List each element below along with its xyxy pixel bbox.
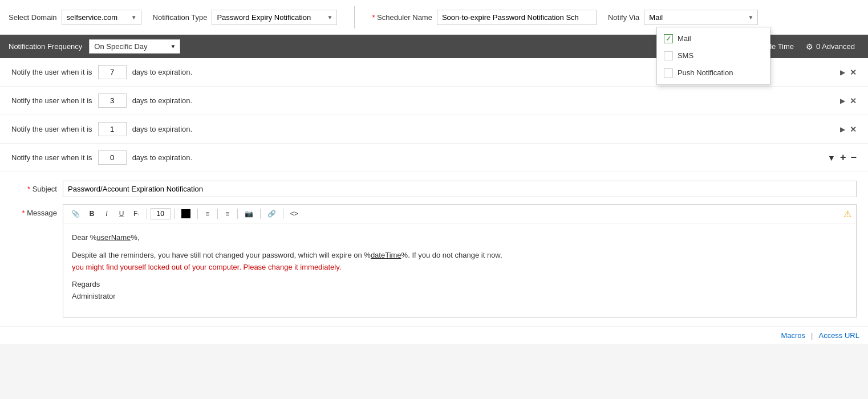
toolbar-list-btn[interactable]: ≡: [221, 208, 234, 219]
footer-pipe: |: [811, 331, 813, 340]
notify-via-select-wrapper: Mail ▼: [644, 10, 758, 25]
notification-type-select-wrapper: Password Expiry Notification ▼: [212, 10, 337, 25]
notification-type-label: Notification Type: [153, 13, 208, 22]
footer-links: Macros | Access URL: [0, 326, 868, 344]
scheduler-name-field-group: Scheduler Name: [372, 10, 597, 25]
notify-via-dropdown: ✓ Mail SMS Push Notification: [656, 27, 770, 85]
font-size-input[interactable]: [151, 208, 171, 219]
message-editor: 📎 B I U F· ≡ ≡ 📷: [63, 204, 857, 317]
freq-select-wrapper: On Specific Day ▼: [89, 39, 180, 54]
notify-row-3-down-btn[interactable]: ▼: [828, 153, 835, 162]
freq-bar-left: Notification Frequency On Specific Day ▼: [9, 39, 180, 54]
notify-row-2-actions: ▶ ✕: [840, 125, 857, 134]
message-line1: Dear %userName%,: [72, 232, 847, 244]
freq-bar-label: Notification Frequency: [9, 42, 82, 51]
notify-row-3-remove-btn[interactable]: −: [850, 152, 857, 164]
message-line2: Despite all the reminders, you have stil…: [72, 250, 847, 274]
subject-input[interactable]: [63, 181, 857, 197]
notify-row-0-actions: ▶ ✕: [840, 68, 857, 77]
editor-content[interactable]: Dear %userName%, Despite all the reminde…: [63, 223, 856, 317]
toolbar-attach-btn[interactable]: 📎: [68, 208, 83, 219]
top-bar-divider: [354, 6, 355, 28]
toolbar-link-btn[interactable]: 🔗: [264, 208, 279, 219]
domain-select[interactable]: selfservice.com: [62, 10, 141, 25]
notify-row-2: Notify the user when it is days to expir…: [0, 115, 868, 144]
color-box: [181, 209, 190, 218]
notify-row-1: Notify the user when it is days to expir…: [0, 87, 868, 115]
mail-label: Mail: [678, 34, 691, 43]
notify-row-2-suffix: days to expiration.: [132, 125, 193, 133]
message-row: Message 📎 B I U F· ≡: [11, 204, 857, 317]
push-checkbox[interactable]: [664, 68, 673, 78]
toolbar-sep-4: [217, 209, 218, 219]
toolbar-sep-5: [237, 209, 238, 219]
notify-row-0-suffix: days to expiration.: [132, 68, 193, 76]
notify-row-2-expand-btn[interactable]: ▶: [840, 125, 845, 133]
dropdown-item-push[interactable]: Push Notification: [657, 64, 770, 82]
mail-checkbox[interactable]: ✓: [664, 34, 673, 43]
advanced-label: 0 Advanced: [816, 42, 855, 51]
toolbar-bold-btn[interactable]: B: [86, 208, 98, 219]
frequency-select[interactable]: On Specific Day: [89, 39, 180, 54]
notify-via-select[interactable]: Mail: [644, 10, 758, 25]
notify-row-3-add-btn[interactable]: +: [840, 152, 846, 164]
sms-checkbox[interactable]: [664, 51, 673, 60]
toolbar-sep-3: [197, 209, 198, 219]
toolbar-sep-2: [174, 209, 175, 219]
advanced-button[interactable]: ⚙ 0 Advanced: [801, 40, 859, 54]
dropdown-item-mail[interactable]: ✓ Mail: [657, 30, 770, 47]
macros-link[interactable]: Macros: [781, 331, 805, 340]
editor-toolbar: 📎 B I U F· ≡ ≡ 📷: [63, 205, 856, 223]
notify-row-1-actions: ▶ ✕: [840, 96, 857, 105]
notify-row-3: Notify the user when it is days to expir…: [0, 144, 868, 172]
message-regards: RegardsAdministrator: [72, 279, 847, 303]
notify-row-0-prefix: Notify the user when it is: [11, 68, 92, 76]
notify-row-1-close-btn[interactable]: ✕: [850, 96, 857, 105]
notify-row-1-expand-btn[interactable]: ▶: [840, 97, 845, 105]
dropdown-item-sms[interactable]: SMS: [657, 47, 770, 64]
notify-row-0-close-btn[interactable]: ✕: [850, 68, 857, 77]
domain-select-wrapper: selfservice.com ▼: [62, 10, 141, 25]
warning-icon: ⚠: [843, 209, 851, 219]
select-domain-label: Select Domain: [9, 13, 57, 22]
sms-label: SMS: [678, 51, 693, 60]
form-section: Subject Message 📎 B I U F·: [0, 172, 868, 326]
toolbar-code-btn[interactable]: <>: [287, 208, 302, 219]
toolbar-italic-btn[interactable]: I: [100, 208, 113, 219]
toolbar-sep-7: [283, 209, 283, 219]
message-label: Message: [11, 204, 57, 217]
notify-row-2-days-input[interactable]: [98, 122, 127, 136]
scheduler-name-label: Scheduler Name: [372, 13, 432, 22]
notification-type-select[interactable]: Password Expiry Notification: [212, 10, 337, 25]
notify-row-3-suffix: days to expiration.: [132, 153, 193, 162]
notify-row-0-expand-btn[interactable]: ▶: [840, 68, 845, 76]
toolbar-image-btn[interactable]: 📷: [241, 208, 257, 219]
gear-icon: ⚙: [806, 42, 813, 51]
toolbar-align-btn[interactable]: ≡: [201, 208, 214, 219]
notify-row-1-days-input[interactable]: [98, 93, 127, 108]
access-url-link[interactable]: Access URL: [818, 331, 859, 340]
toolbar-sep-1: [147, 209, 147, 219]
toolbar-font-format-btn[interactable]: F·: [130, 208, 143, 219]
notify-row-0-days-input[interactable]: [98, 65, 127, 79]
top-bar: Select Domain selfservice.com ▼ Notifica…: [0, 0, 868, 35]
notify-via-field-group: Notify Via Mail ▼ ✓ Mail SMS Push Notifi…: [608, 10, 758, 25]
notify-row-2-prefix: Notify the user when it is: [11, 125, 92, 133]
toolbar-color-btn[interactable]: [178, 207, 194, 220]
notify-row-1-suffix: days to expiration.: [132, 96, 193, 105]
push-label: Push Notification: [678, 68, 733, 77]
notification-type-field-group: Notification Type Password Expiry Notifi…: [153, 10, 338, 25]
notify-row-3-prefix: Notify the user when it is: [11, 153, 92, 162]
toolbar-underline-btn[interactable]: U: [115, 208, 128, 219]
notify-row-1-prefix: Notify the user when it is: [11, 96, 92, 105]
toolbar-sep-6: [260, 209, 261, 219]
subject-row: Subject: [11, 181, 857, 197]
notify-row-2-close-btn[interactable]: ✕: [850, 125, 857, 134]
domain-field-group: Select Domain selfservice.com ▼: [9, 10, 141, 25]
notify-row-3-days-input[interactable]: [98, 150, 127, 165]
notify-row-3-actions: ▼ + −: [828, 152, 857, 164]
main-content: Notify the user when it is days to expir…: [0, 58, 868, 344]
subject-label: Subject: [11, 185, 57, 193]
notify-via-label: Notify Via: [608, 13, 639, 22]
scheduler-name-input[interactable]: [437, 10, 597, 25]
